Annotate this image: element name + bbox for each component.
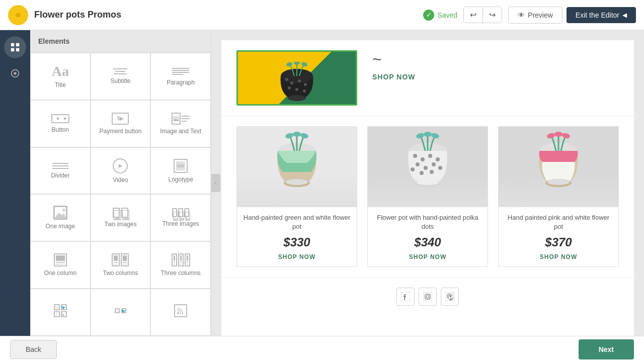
svg-point-1 bbox=[16, 13, 20, 17]
hero-image bbox=[236, 50, 357, 106]
element-one-column[interactable]: One column bbox=[30, 241, 91, 289]
product-name-1: Hand-painted green and white flower pot bbox=[243, 213, 351, 231]
svg-point-48 bbox=[428, 154, 432, 158]
svg-point-14 bbox=[62, 209, 65, 212]
product-shop-now-2[interactable]: SHOP NOW bbox=[374, 253, 481, 260]
canvas-area[interactable]: ~ SHOP NOW bbox=[211, 30, 644, 336]
svg-rect-69 bbox=[423, 292, 432, 301]
element-divider-label: Divider bbox=[51, 172, 69, 179]
svg-point-51 bbox=[424, 166, 428, 170]
video-icon bbox=[113, 158, 128, 173]
divider-icon bbox=[52, 163, 68, 169]
two-images-icon bbox=[113, 208, 128, 218]
two-columns-icon bbox=[112, 253, 129, 266]
three-images-icon bbox=[172, 208, 189, 217]
panel-collapse-button[interactable]: ‹ bbox=[211, 174, 220, 192]
pinterest-icon[interactable] bbox=[441, 288, 459, 306]
elements-header: Elements bbox=[30, 30, 211, 53]
social-footer bbox=[221, 277, 634, 316]
element-paragraph-label: Paragraph bbox=[167, 79, 195, 86]
element-logotype[interactable]: Logotype bbox=[150, 147, 211, 195]
svg-point-40 bbox=[285, 132, 294, 139]
topbar: Flower pots Promos ✓ Saved ↩ ↪ 👁 Preview… bbox=[0, 0, 644, 30]
exit-button[interactable]: Exit the Editor ◀ bbox=[567, 7, 636, 23]
main-layout: Elements Aa Title bbox=[0, 30, 644, 336]
element-one-image[interactable]: One image bbox=[30, 194, 91, 241]
svg-point-7 bbox=[14, 72, 17, 75]
instagram-icon[interactable] bbox=[419, 288, 437, 306]
element-paragraph[interactable]: Paragraph bbox=[150, 53, 211, 100]
products-section: Hand-painted green and white flower pot … bbox=[221, 116, 634, 277]
element-two-columns[interactable]: Two columns bbox=[91, 241, 151, 289]
element-three-images[interactable]: Three images bbox=[150, 194, 211, 241]
element-rss[interactable] bbox=[150, 289, 211, 336]
product-image-1 bbox=[237, 127, 357, 207]
svg-rect-5 bbox=[16, 48, 19, 51]
element-payment-button-label: Payment button bbox=[99, 128, 141, 135]
canvas-content: ~ SHOP NOW bbox=[221, 40, 634, 336]
element-subtitle-label: Subtitle bbox=[110, 77, 130, 84]
rss-icon bbox=[174, 304, 187, 317]
chevron-left-icon: ◀ bbox=[622, 12, 627, 19]
one-column-icon bbox=[54, 253, 67, 266]
social-1-icon: in 🐦 f ▶ bbox=[54, 304, 67, 317]
sidebar-icon-paint[interactable] bbox=[4, 62, 26, 84]
svg-point-72 bbox=[429, 295, 430, 296]
element-payment-button[interactable]: $▶ Payment button bbox=[91, 100, 151, 147]
element-image-and-text[interactable]: Image and Text bbox=[150, 100, 211, 147]
payment-button-icon: $▶ bbox=[112, 113, 129, 125]
topbar-right: 👁 Preview Exit the Editor ◀ bbox=[508, 7, 636, 24]
element-button[interactable]: ▶ Button bbox=[30, 100, 91, 147]
app-title: Flower pots Promos bbox=[34, 10, 417, 20]
paragraph-icon bbox=[172, 67, 189, 76]
svg-point-33 bbox=[288, 86, 291, 89]
product-shop-now-1[interactable]: SHOP NOW bbox=[243, 253, 351, 260]
product-shop-now-3[interactable]: SHOP NOW bbox=[505, 253, 612, 260]
elements-panel: Elements Aa Title bbox=[30, 30, 211, 336]
svg-point-50 bbox=[416, 162, 420, 166]
back-button[interactable]: Back bbox=[10, 340, 57, 359]
element-one-image-label: One image bbox=[45, 223, 75, 230]
preview-button[interactable]: 👁 Preview bbox=[508, 7, 562, 24]
svg-marker-16 bbox=[114, 216, 121, 220]
product-info-2: Flower pot with hand-painted polka dots … bbox=[368, 207, 488, 266]
svg-point-47 bbox=[421, 157, 425, 161]
svg-point-42 bbox=[300, 132, 309, 139]
product-image-3 bbox=[499, 127, 618, 207]
hero-section: ~ SHOP NOW bbox=[221, 40, 634, 116]
svg-point-35 bbox=[303, 89, 306, 93]
element-social-1[interactable]: in 🐦 f ▶ bbox=[30, 289, 91, 336]
svg-point-54 bbox=[411, 167, 415, 171]
svg-point-37 bbox=[294, 62, 300, 65]
svg-point-25 bbox=[177, 312, 179, 314]
logo[interactable] bbox=[8, 5, 28, 25]
product-image-2 bbox=[368, 127, 488, 207]
check-icon: ✓ bbox=[423, 10, 434, 21]
element-social-2[interactable]: f 🐦 bbox=[91, 289, 151, 336]
product-card-1: Hand-painted green and white flower pot … bbox=[236, 126, 357, 267]
hero-shop-now[interactable]: SHOP NOW bbox=[372, 73, 416, 81]
element-two-images[interactable]: Two images bbox=[91, 194, 151, 241]
exit-label: Exit the Editor bbox=[576, 11, 619, 19]
next-button[interactable]: Next bbox=[579, 339, 634, 359]
element-subtitle[interactable]: Subtitle bbox=[91, 53, 151, 100]
svg-point-64 bbox=[554, 132, 562, 137]
facebook-icon[interactable] bbox=[396, 288, 415, 306]
product-name-2: Flower pot with hand-painted polka dots bbox=[374, 213, 481, 231]
svg-point-27 bbox=[288, 95, 306, 101]
element-three-columns[interactable]: Three columns bbox=[150, 241, 211, 289]
element-title-label: Title bbox=[55, 81, 66, 88]
preview-label: Preview bbox=[528, 11, 553, 19]
element-title[interactable]: Aa Title bbox=[30, 53, 91, 100]
icon-sidebar bbox=[0, 30, 30, 336]
saved-label: Saved bbox=[437, 11, 457, 19]
svg-point-52 bbox=[432, 162, 436, 166]
social-2-icon: f 🐦 bbox=[115, 308, 126, 313]
redo-button[interactable]: ↪ bbox=[483, 7, 502, 23]
sidebar-icon-grid[interactable] bbox=[4, 36, 26, 58]
eye-icon: 👁 bbox=[518, 11, 525, 19]
undo-button[interactable]: ↩ bbox=[464, 7, 483, 23]
element-video[interactable]: Video bbox=[91, 147, 151, 195]
element-three-images-label: Three images bbox=[162, 220, 199, 227]
element-divider[interactable]: Divider bbox=[30, 147, 91, 195]
